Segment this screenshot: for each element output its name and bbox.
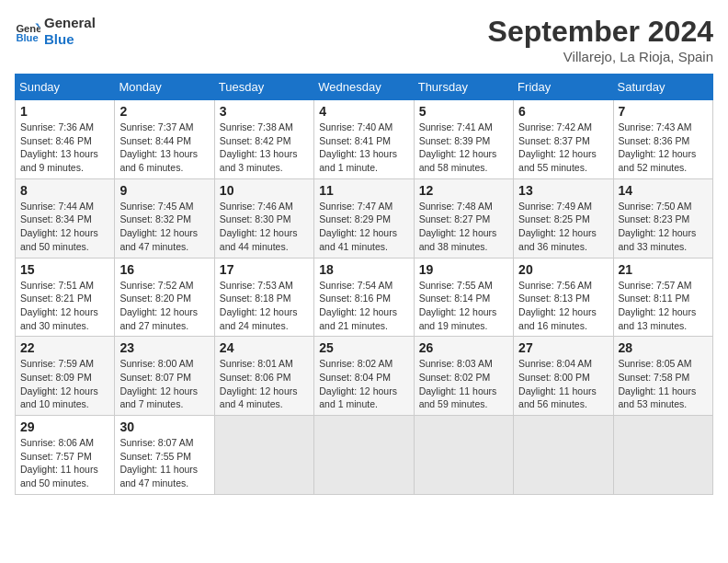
table-cell: 2 Sunrise: 7:37 AMSunset: 8:44 PMDayligh… xyxy=(115,100,214,179)
calendar-week-4: 22 Sunrise: 7:59 AMSunset: 8:09 PMDaylig… xyxy=(16,337,713,416)
table-cell: 28 Sunrise: 8:05 AMSunset: 7:58 PMDaylig… xyxy=(613,337,712,416)
table-cell: 9 Sunrise: 7:45 AMSunset: 8:32 PMDayligh… xyxy=(115,178,214,258)
day-info: Sunrise: 7:50 AMSunset: 8:23 PMDaylight:… xyxy=(619,201,697,252)
table-cell xyxy=(314,416,414,495)
day-number: 20 xyxy=(518,262,608,277)
day-info: Sunrise: 8:06 AMSunset: 7:57 PMDaylight:… xyxy=(20,437,98,488)
day-info: Sunrise: 7:41 AMSunset: 8:39 PMDaylight:… xyxy=(419,121,497,173)
calendar-week-3: 15 Sunrise: 7:51 AMSunset: 8:21 PMDaylig… xyxy=(16,258,713,337)
day-info: Sunrise: 7:54 AMSunset: 8:16 PMDaylight:… xyxy=(319,280,397,331)
col-saturday: Saturday xyxy=(613,75,712,100)
day-number: 28 xyxy=(619,340,708,355)
svg-text:Blue: Blue xyxy=(16,32,38,43)
logo: General Blue General Blue xyxy=(15,15,96,48)
table-cell: 24 Sunrise: 8:01 AMSunset: 8:06 PMDaylig… xyxy=(214,337,313,416)
calendar-header-row: Sunday Monday Tuesday Wednesday Thursday… xyxy=(16,75,713,100)
table-cell: 7 Sunrise: 7:43 AMSunset: 8:36 PMDayligh… xyxy=(613,100,712,179)
day-info: Sunrise: 8:07 AMSunset: 7:55 PMDaylight:… xyxy=(119,437,198,488)
calendar-table: Sunday Monday Tuesday Wednesday Thursday… xyxy=(15,74,713,495)
table-cell: 23 Sunrise: 8:00 AMSunset: 8:07 PMDaylig… xyxy=(115,337,214,416)
location-subtitle: Villarejo, La Rioja, Spain xyxy=(488,49,713,64)
page-header: General Blue General Blue September 2024… xyxy=(15,15,713,64)
logo-blue-text: Blue xyxy=(44,31,96,48)
day-number: 25 xyxy=(319,340,408,355)
day-number: 1 xyxy=(20,104,109,119)
table-cell: 3 Sunrise: 7:38 AMSunset: 8:42 PMDayligh… xyxy=(214,100,313,179)
table-cell: 17 Sunrise: 7:53 AMSunset: 8:18 PMDaylig… xyxy=(214,258,313,337)
day-number: 6 xyxy=(518,104,608,119)
table-cell: 12 Sunrise: 7:48 AMSunset: 8:27 PMDaylig… xyxy=(414,178,513,258)
table-cell: 6 Sunrise: 7:42 AMSunset: 8:37 PMDayligh… xyxy=(514,100,613,179)
day-info: Sunrise: 7:52 AMSunset: 8:20 PMDaylight:… xyxy=(119,280,198,331)
table-cell: 13 Sunrise: 7:49 AMSunset: 8:25 PMDaylig… xyxy=(514,178,613,258)
day-info: Sunrise: 8:05 AMSunset: 7:58 PMDaylight:… xyxy=(619,358,697,409)
table-cell: 27 Sunrise: 8:04 AMSunset: 8:00 PMDaylig… xyxy=(514,337,613,416)
day-info: Sunrise: 7:48 AMSunset: 8:27 PMDaylight:… xyxy=(419,201,497,252)
day-info: Sunrise: 7:46 AMSunset: 8:30 PMDaylight:… xyxy=(220,201,298,252)
table-cell: 15 Sunrise: 7:51 AMSunset: 8:21 PMDaylig… xyxy=(16,258,115,337)
calendar-week-1: 1 Sunrise: 7:36 AMSunset: 8:46 PMDayligh… xyxy=(16,100,713,179)
day-info: Sunrise: 7:56 AMSunset: 8:13 PMDaylight:… xyxy=(518,280,597,331)
day-number: 14 xyxy=(619,183,708,198)
table-cell: 21 Sunrise: 7:57 AMSunset: 8:11 PMDaylig… xyxy=(613,258,712,337)
col-friday: Friday xyxy=(514,75,613,100)
table-cell: 11 Sunrise: 7:47 AMSunset: 8:29 PMDaylig… xyxy=(314,178,414,258)
day-number: 5 xyxy=(419,104,508,119)
day-number: 18 xyxy=(319,262,408,277)
table-cell: 20 Sunrise: 7:56 AMSunset: 8:13 PMDaylig… xyxy=(514,258,613,337)
table-cell xyxy=(214,416,313,495)
day-number: 4 xyxy=(319,104,408,119)
table-cell: 30 Sunrise: 8:07 AMSunset: 7:55 PMDaylig… xyxy=(115,416,214,495)
table-cell: 29 Sunrise: 8:06 AMSunset: 7:57 PMDaylig… xyxy=(16,416,115,495)
col-tuesday: Tuesday xyxy=(214,75,313,100)
day-number: 22 xyxy=(20,340,109,355)
day-number: 26 xyxy=(419,340,508,355)
calendar-week-2: 8 Sunrise: 7:44 AMSunset: 8:34 PMDayligh… xyxy=(16,178,713,258)
logo-icon: General Blue xyxy=(15,18,40,44)
day-number: 17 xyxy=(220,262,309,277)
day-number: 24 xyxy=(220,340,309,355)
day-number: 7 xyxy=(619,104,708,119)
table-cell xyxy=(613,416,712,495)
day-info: Sunrise: 7:37 AMSunset: 8:44 PMDaylight:… xyxy=(119,121,198,173)
table-cell: 25 Sunrise: 8:02 AMSunset: 8:04 PMDaylig… xyxy=(314,337,414,416)
month-title: September 2024 xyxy=(488,15,713,49)
day-number: 19 xyxy=(419,262,508,277)
title-block: September 2024 Villarejo, La Rioja, Spai… xyxy=(488,15,713,64)
day-number: 11 xyxy=(319,183,408,198)
day-number: 16 xyxy=(119,262,209,277)
table-cell: 16 Sunrise: 7:52 AMSunset: 8:20 PMDaylig… xyxy=(115,258,214,337)
day-number: 2 xyxy=(119,104,209,119)
day-info: Sunrise: 7:38 AMSunset: 8:42 PMDaylight:… xyxy=(220,121,298,173)
table-cell: 1 Sunrise: 7:36 AMSunset: 8:46 PMDayligh… xyxy=(16,100,115,179)
col-wednesday: Wednesday xyxy=(314,75,414,100)
day-number: 10 xyxy=(220,183,309,198)
table-cell: 8 Sunrise: 7:44 AMSunset: 8:34 PMDayligh… xyxy=(16,178,115,258)
table-cell: 19 Sunrise: 7:55 AMSunset: 8:14 PMDaylig… xyxy=(414,258,513,337)
calendar-week-5: 29 Sunrise: 8:06 AMSunset: 7:57 PMDaylig… xyxy=(16,416,713,495)
day-info: Sunrise: 7:57 AMSunset: 8:11 PMDaylight:… xyxy=(619,280,697,331)
day-info: Sunrise: 7:45 AMSunset: 8:32 PMDaylight:… xyxy=(119,201,198,252)
day-info: Sunrise: 7:44 AMSunset: 8:34 PMDaylight:… xyxy=(20,201,98,252)
col-thursday: Thursday xyxy=(414,75,513,100)
day-number: 9 xyxy=(119,183,209,198)
day-number: 21 xyxy=(619,262,708,277)
table-cell: 10 Sunrise: 7:46 AMSunset: 8:30 PMDaylig… xyxy=(214,178,313,258)
day-info: Sunrise: 7:40 AMSunset: 8:41 PMDaylight:… xyxy=(319,121,397,173)
day-number: 30 xyxy=(119,419,209,434)
day-info: Sunrise: 8:01 AMSunset: 8:06 PMDaylight:… xyxy=(220,358,298,409)
day-info: Sunrise: 7:59 AMSunset: 8:09 PMDaylight:… xyxy=(20,358,98,409)
table-cell: 5 Sunrise: 7:41 AMSunset: 8:39 PMDayligh… xyxy=(414,100,513,179)
day-info: Sunrise: 8:00 AMSunset: 8:07 PMDaylight:… xyxy=(119,358,198,409)
day-info: Sunrise: 7:47 AMSunset: 8:29 PMDaylight:… xyxy=(319,201,397,252)
day-number: 3 xyxy=(220,104,309,119)
table-cell: 4 Sunrise: 7:40 AMSunset: 8:41 PMDayligh… xyxy=(314,100,414,179)
day-info: Sunrise: 7:53 AMSunset: 8:18 PMDaylight:… xyxy=(220,280,298,331)
day-info: Sunrise: 8:03 AMSunset: 8:02 PMDaylight:… xyxy=(419,358,497,409)
day-info: Sunrise: 7:51 AMSunset: 8:21 PMDaylight:… xyxy=(20,280,98,331)
day-info: Sunrise: 8:04 AMSunset: 8:00 PMDaylight:… xyxy=(518,358,597,409)
logo-general-text: General xyxy=(44,15,96,31)
col-sunday: Sunday xyxy=(16,75,115,100)
day-number: 27 xyxy=(518,340,608,355)
day-info: Sunrise: 7:42 AMSunset: 8:37 PMDaylight:… xyxy=(518,121,597,173)
